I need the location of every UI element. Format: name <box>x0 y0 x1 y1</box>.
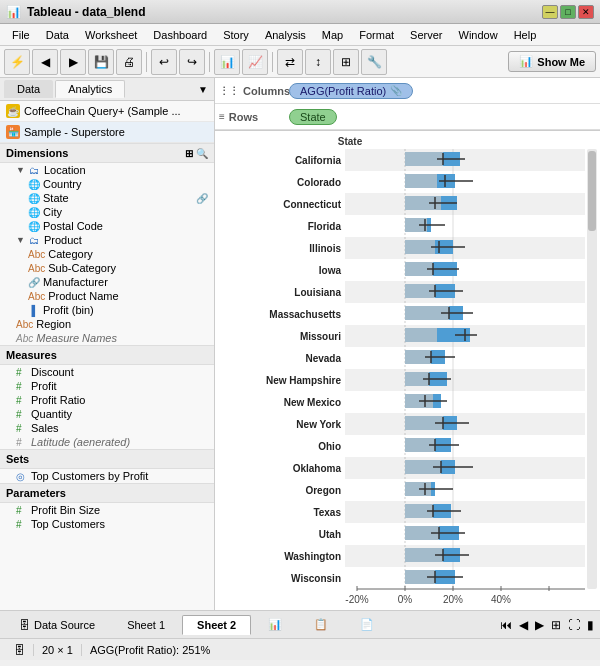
sets-header[interactable]: Sets <box>0 449 214 469</box>
toolbar-swap[interactable]: ⇄ <box>277 49 303 75</box>
menu-help[interactable]: Help <box>506 27 545 43</box>
quantity-item[interactable]: # Quantity <box>0 407 214 421</box>
menu-data[interactable]: Data <box>38 27 77 43</box>
menu-worksheet[interactable]: Worksheet <box>77 27 145 43</box>
city-label: City <box>43 206 62 218</box>
columns-shelf: ⋮⋮ Columns AGG(Profit Ratio) 📎 <box>215 78 600 104</box>
toolbar-back[interactable]: ◀ <box>32 49 58 75</box>
nav-prev[interactable]: ◀ <box>517 616 530 634</box>
topcustomers-hash-icon: # <box>16 519 28 530</box>
status-measure: AGG(Profit Ratio): 251% <box>82 644 218 656</box>
columns-shelf-label: ⋮⋮ Columns <box>219 85 289 97</box>
datasource-coffee[interactable]: ☕ CoffeeChain Query+ (Sample ... <box>0 101 214 122</box>
toolbar-save[interactable]: 💾 <box>88 49 114 75</box>
toolbar-chart2[interactable]: 📈 <box>242 49 268 75</box>
measurenames-item[interactable]: Abc Measure Names <box>0 331 214 345</box>
rows-icon: ≡ <box>219 111 225 122</box>
nav-grid[interactable]: ⊞ <box>549 616 563 634</box>
navigation-icons: ⏮ ◀ ▶ ⊞ ⛶ ▮ <box>498 616 596 634</box>
latitude-item[interactable]: # Latitude (aenerated) <box>0 435 214 449</box>
svg-text:Illinois: Illinois <box>309 243 341 254</box>
toolbar-print[interactable]: 🖨 <box>116 49 142 75</box>
toolbar-new[interactable]: ⚡ <box>4 49 30 75</box>
app-icon: 📊 <box>6 5 21 19</box>
datasource-tab[interactable]: 🗄 Data Source <box>4 615 110 635</box>
rows-pill[interactable]: State <box>289 109 337 125</box>
svg-text:Massachusetts: Massachusetts <box>269 309 341 320</box>
nav-first[interactable]: ⏮ <box>498 616 514 634</box>
svg-rect-10 <box>345 347 585 369</box>
nav-present[interactable]: ⛶ <box>566 616 582 634</box>
minimize-button[interactable]: — <box>542 5 558 19</box>
menu-file[interactable]: File <box>4 27 38 43</box>
profitbin-bar-icon: ▐ <box>28 305 40 316</box>
sales-hash-icon: # <box>16 423 28 434</box>
panel-tab-arrow[interactable]: ▼ <box>196 82 210 97</box>
topcustomers-icon: ◎ <box>16 471 28 482</box>
profitbinsize-item[interactable]: # Profit Bin Size <box>0 503 214 517</box>
nav-film[interactable]: ▮ <box>585 616 596 634</box>
topcustomers-item[interactable]: ◎ Top Customers by Profit <box>0 469 214 483</box>
profitratio-item[interactable]: # Profit Ratio <box>0 393 214 407</box>
show-me-label: Show Me <box>537 56 585 68</box>
dimensions-grid-icon[interactable]: ⊞ <box>185 148 193 159</box>
new-sheet-icon1[interactable]: 📊 <box>253 614 297 635</box>
columns-pill-text: AGG(Profit Ratio) <box>300 85 386 97</box>
data-tab[interactable]: Data <box>4 80 53 98</box>
profitbin-item[interactable]: ▐ Profit (bin) <box>0 303 214 317</box>
toolbar-chart1[interactable]: 📊 <box>214 49 240 75</box>
latitude-hash-icon: # <box>16 437 28 448</box>
profit-hash-icon: # <box>16 381 28 392</box>
state-item[interactable]: 🌐 State 🔗 <box>0 191 214 205</box>
profit-item[interactable]: # Profit <box>0 379 214 393</box>
city-item[interactable]: 🌐 City <box>0 205 214 219</box>
sheet2-tab[interactable]: Sheet 2 <box>182 615 251 635</box>
columns-pill[interactable]: AGG(Profit Ratio) 📎 <box>289 83 413 99</box>
parameters-header[interactable]: Parameters <box>0 483 214 503</box>
location-folder[interactable]: ▼ 🗂 Location <box>0 163 214 177</box>
measures-header[interactable]: Measures <box>0 345 214 365</box>
menu-dashboard[interactable]: Dashboard <box>145 27 215 43</box>
toolbar-undo[interactable]: ↩ <box>151 49 177 75</box>
show-me-button[interactable]: 📊 Show Me <box>508 51 596 72</box>
sheet1-tab[interactable]: Sheet 1 <box>112 615 180 635</box>
toolbar-fit[interactable]: ⊞ <box>333 49 359 75</box>
discount-item[interactable]: # Discount <box>0 365 214 379</box>
svg-rect-8 <box>345 303 585 325</box>
toolbar-sep3 <box>272 52 273 72</box>
maximize-button[interactable]: □ <box>560 5 576 19</box>
svg-rect-12 <box>345 391 585 413</box>
country-item[interactable]: 🌐 Country <box>0 177 214 191</box>
state-geo-icon: 🌐 <box>28 193 40 204</box>
topcustomers-param-item[interactable]: # Top Customers <box>0 517 214 531</box>
menu-format[interactable]: Format <box>351 27 402 43</box>
menu-server[interactable]: Server <box>402 27 450 43</box>
manufacturer-item[interactable]: 🔗 Manufacturer <box>0 275 214 289</box>
toolbar-fix[interactable]: 🔧 <box>361 49 387 75</box>
region-item[interactable]: Abc Region <box>0 317 214 331</box>
menu-window[interactable]: Window <box>451 27 506 43</box>
postalcode-item[interactable]: 🌐 Postal Code <box>0 219 214 233</box>
dimensions-search-icon[interactable]: 🔍 <box>196 148 208 159</box>
subcategory-item[interactable]: Abc Sub-Category <box>0 261 214 275</box>
new-sheet-icon2[interactable]: 📋 <box>299 614 343 635</box>
close-button[interactable]: ✕ <box>578 5 594 19</box>
menu-analysis[interactable]: Analysis <box>257 27 314 43</box>
new-sheet-icon3[interactable]: 📄 <box>345 614 389 635</box>
menu-story[interactable]: Story <box>215 27 257 43</box>
toolbar: ⚡ ◀ ▶ 💾 🖨 ↩ ↪ 📊 📈 ⇄ ↕ ⊞ 🔧 📊 Show Me <box>0 46 600 78</box>
productname-item[interactable]: Abc Product Name <box>0 289 214 303</box>
toolbar-redo[interactable]: ↪ <box>179 49 205 75</box>
menu-map[interactable]: Map <box>314 27 351 43</box>
product-folder[interactable]: ▼ 🗂 Product <box>0 233 214 247</box>
analytics-tab[interactable]: Analytics <box>55 80 125 98</box>
location-label: Location <box>44 164 86 176</box>
toolbar-sort[interactable]: ↕ <box>305 49 331 75</box>
nav-next[interactable]: ▶ <box>533 616 546 634</box>
category-item[interactable]: Abc Category <box>0 247 214 261</box>
sales-item[interactable]: # Sales <box>0 421 214 435</box>
dimensions-header[interactable]: Dimensions ⊞ 🔍 <box>0 143 214 163</box>
toolbar-forward[interactable]: ▶ <box>60 49 86 75</box>
datasource-superstore[interactable]: 🏪 Sample - Superstore <box>0 122 214 143</box>
region-label: Region <box>36 318 71 330</box>
